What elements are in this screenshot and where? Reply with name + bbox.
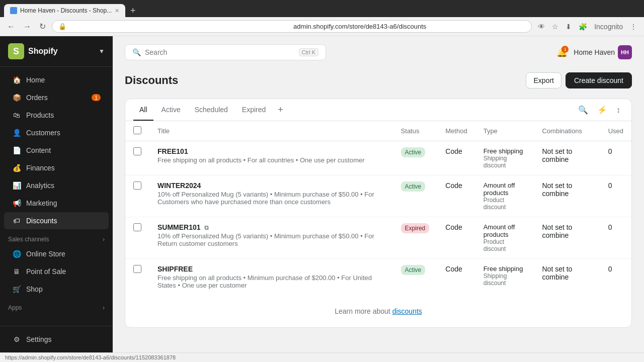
row-checkbox-cell <box>125 259 149 296</box>
pos-icon: 🖥 <box>12 267 21 276</box>
analytics-icon: 📊 <box>12 181 21 190</box>
sidebar-item-analytics[interactable]: 📊 Analytics <box>4 177 109 194</box>
sort-tool-button[interactable]: ↕ <box>613 103 623 117</box>
row-checkbox[interactable] <box>133 223 141 231</box>
notification-badge: 1 <box>561 46 569 53</box>
page-actions: Export Create discount <box>526 72 632 88</box>
used-value: 0 <box>608 182 612 190</box>
notifications-button[interactable]: 🔔 1 <box>556 47 568 58</box>
search-bar[interactable]: 🔍 Ctrl K <box>125 44 326 60</box>
row-combinations-cell: Not set to combine <box>534 175 600 217</box>
row-checkbox[interactable] <box>133 182 141 190</box>
new-tab-button[interactable]: + <box>127 5 139 17</box>
status-badge: Active <box>401 147 426 157</box>
forward-button[interactable]: → <box>21 21 33 32</box>
eye-off-icon[interactable]: 👁 <box>536 22 547 32</box>
back-button[interactable]: ← <box>5 21 17 32</box>
tab-close-icon[interactable]: ✕ <box>115 8 119 14</box>
discount-title[interactable]: FREE101 <box>157 147 385 155</box>
sidebar-item-marketing[interactable]: 📢 Marketing <box>4 195 109 212</box>
copy-icon[interactable]: ⧉ <box>204 224 209 231</box>
sidebar-item-label: Customers <box>26 129 60 137</box>
shopify-logo-text: Shopify <box>28 47 58 56</box>
store-selector-button[interactable]: Home Haven HH <box>574 45 632 59</box>
table-tabs: All Active Scheduled Expired + 🔍 ⚡ <box>125 99 631 121</box>
discount-title[interactable]: WINTER2024 <box>157 182 385 190</box>
search-tool-button[interactable]: 🔍 <box>575 103 591 117</box>
discount-description: Free shipping on all products • For all … <box>157 156 385 164</box>
discounts-table: Title Status Method Type <box>125 121 631 295</box>
sidebar-bottom: ⚙ Settings <box>0 326 113 352</box>
export-button[interactable]: Export <box>526 72 561 88</box>
combinations-value: Not set to combine <box>542 265 572 281</box>
row-checkbox[interactable] <box>133 147 141 155</box>
status-badge: Active <box>401 265 426 275</box>
row-type-cell: Free shipping Shipping discount <box>475 141 534 175</box>
row-status-cell: Active <box>393 141 438 175</box>
orders-badge: 1 <box>92 94 101 101</box>
type-primary: Amount off products <box>484 223 526 238</box>
discount-title[interactable]: SUMMER101 ⧉ <box>157 223 385 231</box>
method-value: Code <box>445 223 462 231</box>
row-checkbox[interactable] <box>133 265 141 273</box>
search-shortcut: Ctrl K <box>299 48 319 56</box>
sidebar-item-finances[interactable]: 💰 Finances <box>4 159 109 176</box>
status-column-header: Status <box>393 121 438 141</box>
used-value: 0 <box>608 265 612 273</box>
sidebar-item-point-of-sale[interactable]: 🖥 Point of Sale <box>4 263 109 280</box>
active-browser-tab[interactable]: Home Haven - Discounts - Shop... ✕ <box>4 4 125 17</box>
sidebar-item-settings[interactable]: ⚙ Settings <box>4 331 109 348</box>
tab-active[interactable]: Active <box>155 100 187 121</box>
used-value: 0 <box>608 147 612 155</box>
apps-section[interactable]: Apps › <box>0 298 113 313</box>
status-bar: https://admin.shopify.com/store/de8143-a… <box>0 352 644 362</box>
sidebar-item-online-store[interactable]: 🌐 Online Store <box>4 245 109 262</box>
tab-all[interactable]: All <box>133 100 153 121</box>
sidebar-collapse-button[interactable]: ▼ <box>99 48 105 55</box>
sidebar-item-products[interactable]: 🛍 Products <box>4 107 109 124</box>
title-column-header: Title <box>149 121 393 141</box>
sidebar-item-discounts[interactable]: 🏷 Discounts <box>4 212 109 229</box>
url-text: admin.shopify.com/store/de8143-a6/discou… <box>293 23 525 30</box>
search-input[interactable] <box>145 48 295 56</box>
sidebar-item-label: Finances <box>26 164 55 172</box>
menu-button[interactable]: ⋮ <box>628 22 639 32</box>
method-value: Code <box>445 147 462 155</box>
used-column-header: Used <box>600 121 631 141</box>
used-value: 0 <box>608 223 612 231</box>
sidebar-item-shop[interactable]: 🛒 Shop <box>4 281 109 298</box>
incognito-button[interactable]: Incognito <box>592 22 625 32</box>
table-row: SUMMER101 ⧉ 10% off Personalized Mug (5 … <box>125 217 631 259</box>
bookmark-icon[interactable]: ☆ <box>550 22 560 32</box>
combinations-value: Not set to combine <box>542 147 572 163</box>
sidebar-item-content[interactable]: 📄 Content <box>4 142 109 159</box>
sidebar-item-label: Analytics <box>26 182 54 190</box>
sidebar-item-customers[interactable]: 👤 Customers <box>4 124 109 141</box>
sales-channels-chevron: › <box>103 236 105 243</box>
sidebar-item-orders[interactable]: 📦 Orders 1 <box>4 89 109 106</box>
incognito-label: Incognito <box>594 23 623 31</box>
row-title-cell: FREE101 Free shipping on all products • … <box>149 141 393 175</box>
sales-channels-section[interactable]: Sales channels › <box>0 230 113 245</box>
combinations-value: Not set to combine <box>542 223 572 239</box>
tab-scheduled[interactable]: Scheduled <box>189 100 234 121</box>
sidebar-item-label: Online Store <box>26 250 65 258</box>
learn-more-link[interactable]: discounts <box>392 307 422 315</box>
shopify-logo[interactable]: S Shopify <box>8 43 58 59</box>
method-value: Code <box>445 265 462 273</box>
add-tab-button[interactable]: + <box>274 101 287 119</box>
url-bar[interactable]: 🔒 admin.shopify.com/store/de8143-a6/disc… <box>52 20 532 33</box>
row-status-cell: Active <box>393 175 438 217</box>
tab-expired[interactable]: Expired <box>236 100 272 121</box>
filter-tool-button[interactable]: ⚡ <box>594 103 610 117</box>
row-checkbox-cell <box>125 175 149 217</box>
download-icon[interactable]: ⬇ <box>564 22 574 32</box>
sidebar-item-home[interactable]: 🏠 Home <box>4 71 109 88</box>
page-title-row: Discounts Export Create discount <box>125 72 632 88</box>
discount-title[interactable]: SHIPFREE <box>157 265 385 273</box>
extensions-icon[interactable]: 🧩 <box>577 22 589 32</box>
row-used-cell: 0 <box>600 259 631 296</box>
refresh-button[interactable]: ↻ <box>37 21 48 32</box>
select-all-checkbox[interactable] <box>133 126 141 134</box>
create-discount-button[interactable]: Create discount <box>566 72 632 88</box>
